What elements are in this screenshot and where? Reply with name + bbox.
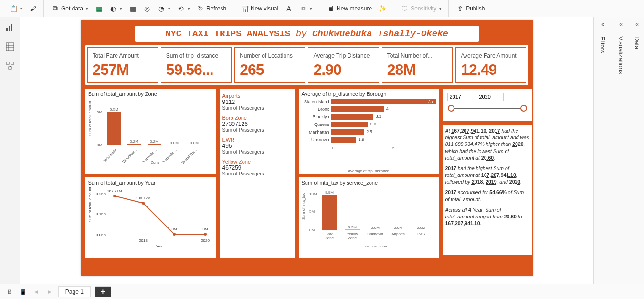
chart-year-line[interactable]: Sum of total_amount by Year Sum of total… bbox=[85, 177, 216, 258]
slider-thumb-right[interactable] bbox=[520, 105, 527, 112]
svg-rect-3 bbox=[6, 43, 14, 51]
svg-rect-53 bbox=[322, 195, 337, 230]
svg-rect-15 bbox=[107, 112, 121, 145]
multi-card-item: EWR 496 Sum of Passengers bbox=[222, 135, 292, 157]
svg-text:9.9M: 9.9M bbox=[325, 190, 334, 195]
svg-rect-21 bbox=[148, 144, 161, 145]
svg-text:0M: 0M bbox=[171, 227, 177, 231]
kpi-card[interactable]: Sum of trip_distance59.56... bbox=[161, 47, 232, 83]
refresh-button[interactable]: ↻Refresh bbox=[194, 3, 229, 14]
svg-text:Woodlaw...: Woodlaw... bbox=[121, 148, 137, 164]
paste-button[interactable]: 📋▾ bbox=[7, 3, 25, 14]
filters-pane-collapsed[interactable]: « Filters bbox=[593, 17, 612, 284]
kpi-card[interactable]: Number of Locations265 bbox=[234, 47, 305, 83]
report-view-button[interactable] bbox=[5, 23, 15, 32]
page-tab[interactable]: Page 1 bbox=[58, 286, 91, 297]
expand-icon[interactable]: « bbox=[635, 21, 639, 28]
kpi-card[interactable]: Average Fare Amount12.49 bbox=[455, 47, 526, 83]
hbar-row: Unknown 1.9 bbox=[302, 136, 436, 144]
expand-icon[interactable]: « bbox=[619, 21, 623, 28]
svg-text:5M: 5M bbox=[97, 110, 102, 114]
svg-text:0M: 0M bbox=[202, 227, 208, 231]
transform-data-button[interactable]: ⟲▾ bbox=[174, 3, 193, 14]
data-icon: ⧉ bbox=[52, 5, 59, 12]
svg-text:Sum of total_amount: Sum of total_amount bbox=[88, 186, 92, 222]
page-tabs-footer: 🖥 📱 ◄ ► Page 1 + bbox=[0, 284, 644, 299]
kpi-card[interactable]: Total Fare Amount257M bbox=[87, 47, 158, 83]
kpi-card[interactable]: Total Number of...28M bbox=[382, 47, 453, 83]
tab-nav-next[interactable]: ► bbox=[45, 289, 54, 295]
more-visuals-button[interactable]: ⧈▾ bbox=[296, 3, 315, 14]
smart-narrative[interactable]: At 167,207,941.10, 2017 had the highest … bbox=[442, 124, 533, 255]
model-view-button[interactable] bbox=[5, 61, 15, 71]
svg-text:EWR: EWR bbox=[416, 232, 425, 236]
datahub-button[interactable]: ◐▾ bbox=[106, 3, 125, 14]
title-by: by bbox=[296, 29, 307, 39]
transform-icon: ⟲ bbox=[177, 5, 185, 12]
left-rail bbox=[0, 17, 20, 284]
svg-text:2018: 2018 bbox=[139, 238, 148, 243]
dataverse-button[interactable]: ◔▾ bbox=[155, 3, 173, 14]
desktop-layout-button[interactable]: 🖥 bbox=[5, 289, 14, 295]
expand-icon[interactable]: « bbox=[601, 21, 604, 28]
quick-measure-icon: ✨ bbox=[379, 5, 386, 12]
text-box-button[interactable]: A bbox=[282, 3, 296, 14]
slicer-from-input[interactable] bbox=[447, 93, 474, 101]
excel-source-button[interactable]: ▦ bbox=[92, 3, 106, 14]
svg-text:10M: 10M bbox=[309, 192, 317, 196]
format-painter-button[interactable]: 🖌 bbox=[26, 3, 40, 14]
svg-text:Unknown: Unknown bbox=[367, 232, 383, 236]
svg-line-11 bbox=[10, 64, 12, 67]
hbar-row: Manhattan 2.5 bbox=[302, 128, 436, 136]
multi-row-card[interactable]: Airports 9112 Sum of Passengers Boro Zon… bbox=[219, 88, 296, 258]
svg-text:5M: 5M bbox=[309, 209, 315, 214]
svg-rect-18 bbox=[127, 144, 141, 145]
new-measure-button[interactable]: 🖩New measure bbox=[324, 3, 375, 14]
svg-text:167.21M: 167.21M bbox=[107, 189, 122, 193]
svg-text:Airports: Airports bbox=[391, 232, 405, 236]
measure-icon: 🖩 bbox=[327, 5, 335, 12]
title-main: NYC TAXI TRIPS ANALYSIS bbox=[165, 29, 290, 39]
filters-pane-label: Filters bbox=[599, 36, 606, 53]
svg-text:Yellow: Yellow bbox=[347, 232, 358, 236]
svg-text:service_zone: service_zone bbox=[364, 244, 387, 248]
publish-button[interactable]: ⇪Publish bbox=[454, 3, 487, 14]
chart-icon: 📊 bbox=[241, 5, 249, 12]
slicer-to-input[interactable] bbox=[477, 93, 504, 101]
kpi-card[interactable]: Average Trip Distance2.90 bbox=[308, 47, 379, 83]
slider-track[interactable] bbox=[451, 108, 524, 109]
chart-borough-hbar[interactable]: Average of trip_distance by Borough Stat… bbox=[298, 88, 439, 174]
textbox-icon: A bbox=[285, 5, 293, 12]
multi-card-item: Yellow Zone 467259 Sum of Passengers bbox=[222, 157, 292, 179]
svg-text:0.2bn: 0.2bn bbox=[96, 192, 106, 196]
sensitivity-button: 🛡Sensitivity▾ bbox=[398, 3, 444, 14]
clipboard-icon: 📋 bbox=[10, 5, 17, 12]
svg-text:0M: 0M bbox=[309, 228, 315, 232]
multi-card-item: Airports 9112 Sum of Passengers bbox=[222, 91, 292, 113]
chart-zone-bar[interactable]: Sum of total_amount by Zone Sum of total… bbox=[85, 88, 216, 174]
new-visual-button[interactable]: 📊New visual bbox=[238, 3, 281, 14]
visualizations-pane-collapsed[interactable]: « Visualizations bbox=[612, 17, 630, 284]
year-slicer[interactable] bbox=[442, 88, 533, 122]
mobile-layout-button[interactable]: 📱 bbox=[18, 289, 28, 295]
data-pane-collapsed[interactable]: « Data bbox=[630, 17, 644, 284]
get-data-button[interactable]: ⧉Get data▾ bbox=[49, 3, 91, 14]
quick-measure-button[interactable]: ✨ bbox=[376, 3, 389, 14]
slider-thumb-left[interactable] bbox=[448, 105, 454, 112]
add-page-button[interactable]: + bbox=[95, 286, 111, 297]
kpi-row: Total Fare Amount257M Sum of trip_distan… bbox=[85, 45, 529, 85]
svg-text:0.1bn: 0.1bn bbox=[96, 212, 106, 216]
data-view-button[interactable] bbox=[5, 42, 15, 52]
enter-data-button[interactable]: ◎ bbox=[140, 3, 154, 14]
svg-point-40 bbox=[142, 202, 145, 205]
canvas[interactable]: NYC TAXI TRIPS ANALYSIS by Chukwuebuka T… bbox=[20, 17, 593, 284]
visualizations-pane-label: Visualizations bbox=[617, 36, 624, 74]
svg-point-44 bbox=[204, 233, 207, 236]
sql-server-button[interactable]: ▥ bbox=[126, 3, 139, 14]
chart-mta-bar[interactable]: Sum of mta_tax by service_zone Sum of mt… bbox=[298, 177, 439, 258]
svg-rect-57 bbox=[345, 230, 360, 230]
svg-line-10 bbox=[8, 64, 10, 67]
svg-rect-9 bbox=[9, 67, 11, 69]
hbar-row: Bronx 4 bbox=[302, 105, 436, 113]
tab-nav-prev[interactable]: ◄ bbox=[32, 289, 41, 295]
